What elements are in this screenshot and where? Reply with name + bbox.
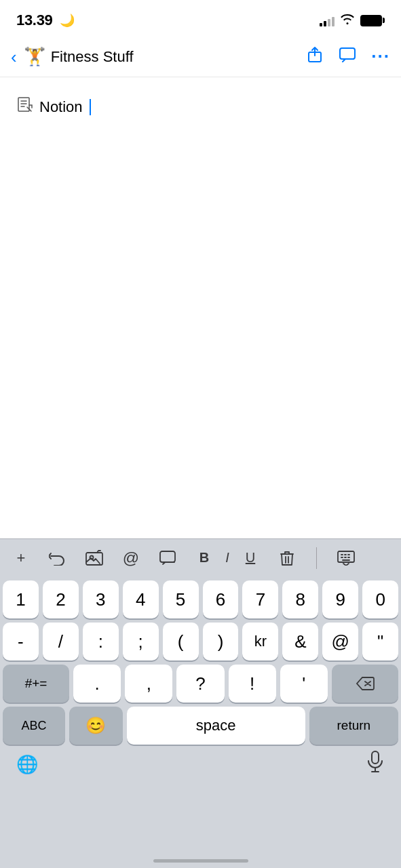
key-comma[interactable]: , bbox=[125, 665, 172, 703]
home-indicator bbox=[153, 859, 248, 863]
key-abc[interactable]: ABC bbox=[3, 707, 65, 745]
add-button[interactable]: + bbox=[11, 549, 31, 567]
toolbar: + @ B I U bbox=[0, 538, 401, 576]
key-kr[interactable]: kr bbox=[242, 623, 278, 660]
key-colon[interactable]: : bbox=[83, 623, 119, 660]
key-9[interactable]: 9 bbox=[322, 580, 358, 618]
nav-emoji: 🏋️ bbox=[24, 46, 45, 67]
key-period[interactable]: . bbox=[73, 665, 121, 703]
key-semicolon[interactable]: ; bbox=[123, 623, 159, 660]
svg-rect-1 bbox=[340, 48, 355, 59]
toolbar-divider bbox=[316, 547, 317, 569]
keyboard-bottom-bar: 🌐 bbox=[0, 745, 401, 793]
underline-button[interactable]: U bbox=[240, 550, 261, 566]
key-ampersand[interactable]: & bbox=[282, 623, 318, 660]
photo-button[interactable] bbox=[84, 550, 104, 566]
key-8[interactable]: 8 bbox=[282, 580, 318, 618]
nav-actions: ··· bbox=[306, 46, 390, 68]
italic-button[interactable]: I bbox=[217, 550, 237, 566]
key-quote[interactable]: " bbox=[362, 623, 398, 660]
key-sym[interactable]: #+= bbox=[3, 665, 69, 703]
row-3: #+= . , ? ! ' bbox=[0, 660, 401, 703]
key-at[interactable]: @ bbox=[322, 623, 358, 660]
svg-rect-5 bbox=[160, 551, 175, 562]
key-3[interactable]: 3 bbox=[83, 580, 119, 618]
key-exclaim[interactable]: ! bbox=[229, 665, 276, 703]
key-slash[interactable]: / bbox=[43, 623, 79, 660]
keyboard-dismiss-button[interactable] bbox=[336, 551, 356, 566]
bold-button[interactable]: B bbox=[194, 550, 214, 566]
text-cursor bbox=[90, 99, 91, 115]
key-2[interactable]: 2 bbox=[43, 580, 79, 618]
key-lparen[interactable]: ( bbox=[163, 623, 199, 660]
note-link-text: Notion bbox=[39, 98, 83, 116]
key-minus[interactable]: - bbox=[3, 623, 39, 660]
key-0[interactable]: 0 bbox=[362, 580, 398, 618]
svg-rect-7 bbox=[372, 751, 379, 764]
key-4[interactable]: 4 bbox=[123, 580, 159, 618]
number-row: 1 2 3 4 5 6 7 8 9 0 bbox=[0, 576, 401, 618]
battery-icon bbox=[360, 15, 385, 26]
comment-toolbar-button[interactable] bbox=[157, 551, 178, 566]
format-buttons: B I U bbox=[194, 550, 261, 566]
mic-icon[interactable] bbox=[366, 750, 385, 779]
key-space[interactable]: space bbox=[127, 707, 305, 745]
nav-title-area: 🏋️ Fitness Stuff bbox=[24, 46, 307, 67]
undo-button[interactable] bbox=[47, 551, 68, 566]
more-button[interactable]: ··· bbox=[371, 46, 390, 67]
svg-rect-2 bbox=[18, 98, 29, 111]
content-area: Notion bbox=[0, 77, 401, 616]
key-emoji[interactable]: 😊 bbox=[69, 707, 123, 745]
wifi-icon bbox=[340, 13, 355, 28]
moon-icon: 🌙 bbox=[60, 13, 75, 28]
key-7[interactable]: 7 bbox=[242, 580, 278, 618]
key-5[interactable]: 5 bbox=[163, 580, 199, 618]
key-apostrophe[interactable]: ' bbox=[280, 665, 328, 703]
key-return[interactable]: return bbox=[309, 707, 398, 745]
keyboard[interactable]: 1 2 3 4 5 6 7 8 9 0 - / : ; ( ) kr & @ "… bbox=[0, 576, 401, 868]
back-button[interactable]: ‹ bbox=[11, 45, 24, 68]
share-button[interactable] bbox=[306, 46, 324, 68]
delete-key[interactable] bbox=[332, 665, 398, 703]
nav-bar: ‹ 🏋️ Fitness Stuff ··· bbox=[0, 37, 401, 77]
status-time: 13.39 bbox=[16, 12, 53, 29]
at-button[interactable]: @ bbox=[121, 549, 141, 568]
signal-icon bbox=[320, 14, 335, 26]
key-1[interactable]: 1 bbox=[3, 580, 39, 618]
note-link-icon bbox=[16, 96, 34, 118]
key-question[interactable]: ? bbox=[176, 665, 224, 703]
trash-button[interactable] bbox=[277, 550, 297, 566]
key-6[interactable]: 6 bbox=[203, 580, 239, 618]
nav-title: Fitness Stuff bbox=[51, 48, 134, 66]
comment-button[interactable] bbox=[339, 46, 356, 68]
key-rparen[interactable]: ) bbox=[203, 623, 239, 660]
status-icons bbox=[320, 13, 385, 28]
row-2: - / : ; ( ) kr & @ " bbox=[0, 618, 401, 660]
globe-icon[interactable]: 🌐 bbox=[16, 754, 38, 775]
bottom-row: ABC 😊 space return bbox=[0, 703, 401, 745]
status-bar: 13.39 🌙 bbox=[0, 0, 401, 37]
note-link[interactable]: Notion bbox=[16, 96, 91, 118]
